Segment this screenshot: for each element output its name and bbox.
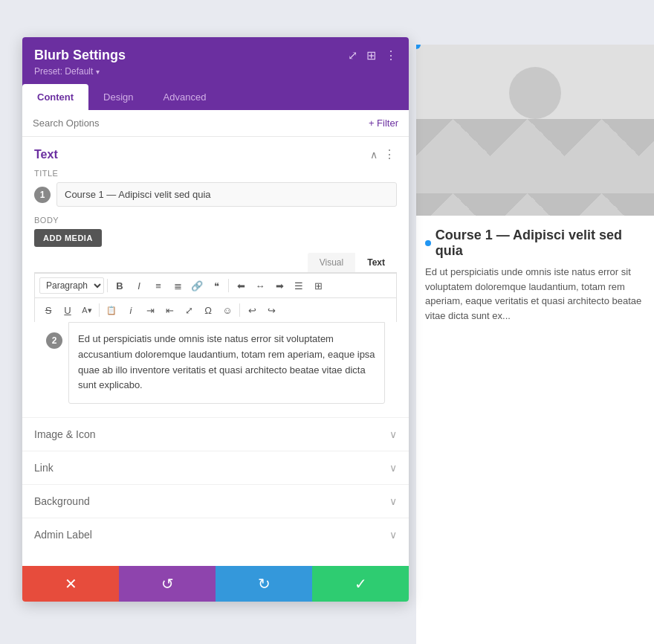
sep2 bbox=[228, 279, 229, 292]
panel-tabs: Content Design Advanced bbox=[22, 84, 409, 110]
svg-marker-0 bbox=[416, 141, 654, 216]
background-section[interactable]: Background ∨ bbox=[22, 484, 409, 518]
panel-header: Blurb Settings ⤢ ⊞ ⋮ Preset: Default ▾ bbox=[22, 37, 409, 84]
outdent-button[interactable]: ⇤ bbox=[161, 301, 178, 319]
align-right-button[interactable]: ➡ bbox=[271, 277, 288, 294]
body-field: Body ADD MEDIA Visual Text Paragraph Hea… bbox=[22, 216, 409, 417]
paragraph-select[interactable]: Paragraph Heading 1 Heading 2 bbox=[39, 277, 104, 294]
search-bar: + Filter bbox=[22, 110, 409, 137]
editor-toolbar-row2: S U A▾ 📋 i ⇥ ⇤ ⤢ Ω ☺ ↩ ↪ bbox=[34, 297, 397, 322]
cancel-button[interactable]: ✕ bbox=[22, 566, 119, 602]
redo-button[interactable]: ↻ bbox=[216, 566, 312, 602]
text-section-title: Text bbox=[34, 148, 58, 161]
editor-toolbar-row1: Paragraph Heading 1 Heading 2 B I ≡ ≣ 🔗 … bbox=[34, 273, 397, 297]
tab-content[interactable]: Content bbox=[22, 84, 88, 110]
sep1 bbox=[107, 279, 108, 292]
collapse-chevron[interactable]: ∧ bbox=[370, 149, 378, 161]
fullscreen-button[interactable]: ⤢ bbox=[180, 301, 198, 319]
align-center-button[interactable]: ↔ bbox=[251, 277, 269, 294]
preview-content: Course 1 — Adipisci velit sed quia Ed ut… bbox=[416, 216, 654, 335]
preview-image bbox=[416, 45, 654, 216]
admin-label-section[interactable]: Admin Label ∨ bbox=[22, 518, 409, 551]
panel-header-icons: ⤢ ⊞ ⋮ bbox=[348, 48, 397, 62]
link-chevron: ∨ bbox=[389, 462, 397, 474]
redo-editor-button[interactable]: ↪ bbox=[262, 301, 280, 319]
editor-tabs: Visual Text bbox=[308, 253, 397, 272]
columns-icon[interactable]: ⊞ bbox=[366, 48, 376, 62]
tab-visual[interactable]: Visual bbox=[308, 253, 355, 272]
color-button[interactable]: A▾ bbox=[78, 301, 96, 319]
confirm-button[interactable]: ✓ bbox=[312, 566, 409, 602]
step2-row: 2 Ed ut perspiciatis unde omnis iste nat… bbox=[34, 322, 397, 404]
ol-button[interactable]: ≣ bbox=[169, 277, 187, 294]
title-label: Title bbox=[34, 169, 397, 178]
settings-panel: Blurb Settings ⤢ ⊞ ⋮ Preset: Default ▾ C… bbox=[22, 37, 409, 602]
tab-advanced[interactable]: Advanced bbox=[149, 84, 221, 110]
image-icon-section[interactable]: Image & Icon ∨ bbox=[22, 417, 409, 451]
title-input-row: 1 bbox=[34, 182, 397, 207]
bold-button[interactable]: B bbox=[111, 277, 129, 294]
preset-arrow: ▾ bbox=[96, 68, 100, 76]
expand-icon[interactable]: ⤢ bbox=[348, 48, 357, 62]
preview-title: Course 1 — Adipisci velit sed quia bbox=[425, 228, 645, 259]
editor-tab-row: Visual Text bbox=[34, 253, 397, 273]
strikethrough-button[interactable]: S bbox=[39, 301, 57, 319]
preview-blue-dot bbox=[416, 45, 421, 49]
paste-button[interactable]: 📋 bbox=[103, 301, 120, 319]
tab-design[interactable]: Design bbox=[88, 84, 148, 110]
body-label: Body bbox=[34, 216, 397, 225]
emoji-button[interactable]: ☺ bbox=[218, 301, 236, 319]
image-icon-label: Image & Icon bbox=[34, 428, 96, 440]
add-media-button[interactable]: ADD MEDIA bbox=[34, 229, 102, 247]
title-input[interactable] bbox=[56, 182, 397, 207]
step1-badge: 1 bbox=[34, 187, 51, 203]
ul-button[interactable]: ≡ bbox=[149, 277, 167, 294]
undo-button[interactable]: ↺ bbox=[119, 566, 216, 602]
panel-footer: ✕ ↺ ↻ ✓ bbox=[22, 566, 409, 602]
editor-body[interactable]: Ed ut perspiciatis unde omnis iste natus… bbox=[68, 322, 385, 404]
text-section-header: Text ∧ ⋮ bbox=[22, 137, 409, 169]
title-field-group: Title 1 bbox=[22, 169, 409, 216]
preview-title-dot bbox=[425, 240, 431, 246]
panel-title: Blurb Settings bbox=[34, 48, 126, 63]
filter-button[interactable]: + Filter bbox=[369, 117, 398, 129]
preview-body: Ed ut perspiciatis unde omnis iste natus… bbox=[425, 265, 645, 323]
undo-editor-button[interactable]: ↩ bbox=[243, 301, 261, 319]
align-justify-button[interactable]: ☰ bbox=[290, 277, 308, 294]
more-icon[interactable]: ⋮ bbox=[385, 48, 397, 62]
italic-button[interactable]: I bbox=[130, 277, 148, 294]
search-input[interactable] bbox=[33, 117, 369, 129]
quote-button[interactable]: ❝ bbox=[207, 277, 225, 294]
background-chevron: ∨ bbox=[389, 495, 397, 507]
indent-button[interactable]: ⇥ bbox=[141, 301, 159, 319]
image-icon-chevron: ∨ bbox=[389, 428, 397, 440]
sep4 bbox=[239, 303, 240, 317]
section-more[interactable]: ⋮ bbox=[383, 147, 397, 161]
panel-content: Text ∧ ⋮ Title 1 Body ADD MEDIA Visual T… bbox=[22, 137, 409, 566]
svg-marker-1 bbox=[535, 156, 654, 216]
align-left-button[interactable]: ⬅ bbox=[232, 277, 250, 294]
table-button[interactable]: ⊞ bbox=[309, 277, 327, 294]
background-label: Background bbox=[34, 495, 90, 507]
admin-label-label: Admin Label bbox=[34, 529, 92, 541]
step2-badge: 2 bbox=[46, 332, 62, 349]
section-controls: ∧ ⋮ bbox=[370, 147, 397, 161]
link-button[interactable]: 🔗 bbox=[188, 277, 206, 294]
preview-area: Course 1 — Adipisci velit sed quia Ed ut… bbox=[416, 45, 654, 644]
tab-text[interactable]: Text bbox=[355, 253, 397, 272]
sep3 bbox=[99, 303, 100, 317]
underline-button[interactable]: U bbox=[59, 301, 77, 319]
panel-header-top: Blurb Settings ⤢ ⊞ ⋮ bbox=[34, 48, 397, 63]
panel-preset[interactable]: Preset: Default ▾ bbox=[34, 66, 397, 77]
italic2-button[interactable]: i bbox=[122, 301, 140, 319]
link-section[interactable]: Link ∨ bbox=[22, 451, 409, 484]
link-label: Link bbox=[34, 462, 54, 474]
special-char-button[interactable]: Ω bbox=[199, 301, 217, 319]
admin-label-chevron: ∨ bbox=[389, 529, 397, 541]
